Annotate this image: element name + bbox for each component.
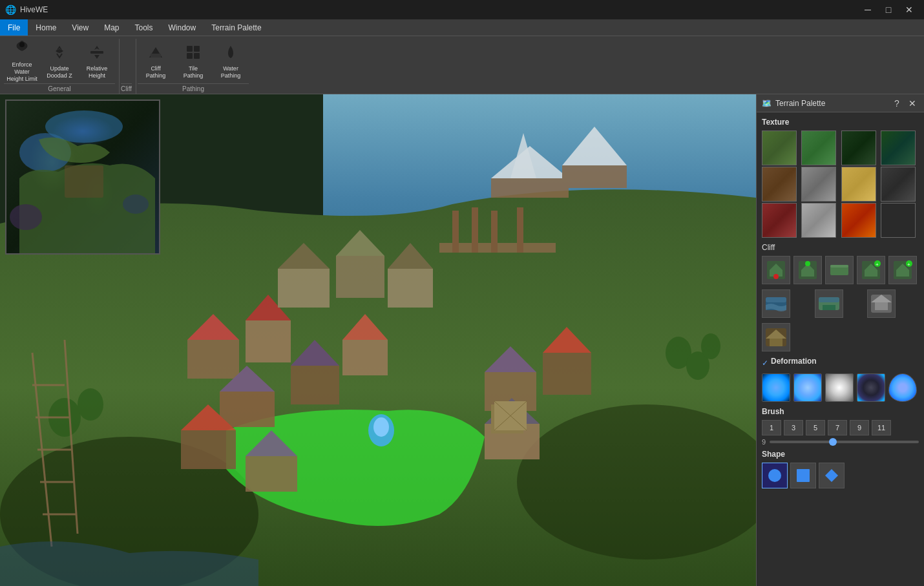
shape-diamond-button[interactable] bbox=[819, 463, 845, 488]
shape-label: Shape bbox=[762, 450, 919, 459]
texture-sand[interactable] bbox=[841, 167, 876, 202]
relative-height-icon bbox=[88, 43, 106, 64]
title-bar-controls[interactable]: ─ □ ✕ bbox=[858, 3, 919, 16]
texture-grass[interactable] bbox=[762, 131, 797, 165]
svg-rect-10 bbox=[65, 165, 103, 198]
svg-point-51 bbox=[701, 333, 720, 359]
cliff-flat-button[interactable] bbox=[825, 256, 854, 284]
update-doodad-label: UpdateDoodad Z bbox=[47, 65, 72, 79]
shape-section: Shape bbox=[762, 450, 919, 488]
brush-size-7[interactable]: 7 bbox=[828, 420, 847, 435]
cliff-raise-button[interactable] bbox=[793, 256, 822, 284]
relative-height-button[interactable]: RelativeHeight bbox=[79, 42, 115, 81]
texture-grass2[interactable] bbox=[801, 131, 836, 165]
brush-size-1[interactable]: 1 bbox=[762, 420, 781, 435]
menu-map[interactable]: Map bbox=[96, 19, 127, 36]
cliff-group-label: Cliff bbox=[121, 83, 132, 94]
cliff-extra-row bbox=[762, 323, 919, 351]
cliff-grid: + + bbox=[762, 256, 919, 284]
cliff-stone-button[interactable] bbox=[867, 289, 896, 318]
shape-circle-button[interactable] bbox=[762, 463, 788, 488]
cliff-lower-button[interactable] bbox=[762, 256, 790, 284]
water-pathing-label: WaterPathing bbox=[221, 65, 241, 79]
svg-point-1 bbox=[19, 42, 25, 47]
menu-window[interactable]: Window bbox=[161, 19, 204, 36]
texture-light-stone[interactable] bbox=[801, 203, 836, 238]
panel-close-button[interactable]: ✕ bbox=[906, 97, 919, 110]
texture-dark-grass[interactable] bbox=[841, 131, 876, 165]
panel-help-button[interactable]: ? bbox=[890, 97, 903, 110]
svg-rect-5 bbox=[194, 46, 200, 52]
deform-plateau-button[interactable] bbox=[793, 373, 822, 402]
shape-square-button[interactable] bbox=[790, 463, 816, 488]
general-group-label: General bbox=[4, 83, 115, 94]
minimize-button[interactable]: ─ bbox=[858, 3, 877, 16]
svg-rect-18 bbox=[246, 320, 291, 362]
cliff-raise2-button[interactable]: + bbox=[857, 256, 885, 284]
title-bar: 🌐 HiveWE ─ □ ✕ bbox=[0, 0, 924, 19]
water-pathing-button[interactable]: WaterPathing bbox=[213, 42, 249, 81]
deform-lower-button[interactable] bbox=[857, 373, 885, 402]
deform-raise-button[interactable] bbox=[762, 373, 790, 402]
svg-rect-32 bbox=[543, 353, 591, 395]
deformation-header: ✓ Deformation bbox=[762, 357, 919, 370]
brush-size-3[interactable]: 3 bbox=[784, 420, 803, 435]
cliff-extra-button[interactable] bbox=[762, 323, 790, 351]
texture-dark-stone[interactable] bbox=[881, 167, 916, 202]
svg-point-88 bbox=[768, 469, 781, 482]
texture-section: Texture bbox=[762, 118, 919, 238]
app-icon: 🌐 bbox=[5, 5, 16, 15]
toolbar-group-pathing: CliffPathing TilePathing bbox=[136, 39, 253, 94]
svg-rect-85 bbox=[819, 297, 839, 302]
panel-title-icons[interactable]: ? ✕ bbox=[890, 97, 919, 110]
texture-vine[interactable] bbox=[881, 131, 916, 165]
texture-dirt[interactable] bbox=[762, 167, 797, 202]
texture-red[interactable] bbox=[762, 203, 797, 238]
panel-title-left: 🗺️ Terrain Palette bbox=[762, 99, 825, 108]
svg-rect-45 bbox=[562, 165, 627, 188]
deform-smooth-button[interactable] bbox=[888, 373, 917, 402]
svg-rect-62 bbox=[452, 211, 459, 253]
brush-slider-row: 9 bbox=[762, 438, 919, 446]
deformation-grid bbox=[762, 373, 919, 402]
brush-size-5[interactable]: 5 bbox=[806, 420, 825, 435]
cliff-lower2-button[interactable]: + bbox=[888, 256, 917, 284]
update-doodad-z-button[interactable]: UpdateDoodad Z bbox=[41, 42, 78, 81]
menu-file[interactable]: File bbox=[0, 19, 28, 36]
cliff-shallows-button[interactable] bbox=[815, 289, 843, 318]
svg-point-11 bbox=[10, 204, 42, 230]
map-canvas[interactable] bbox=[0, 94, 756, 586]
panel-icon: 🗺️ bbox=[762, 99, 772, 108]
maximize-button[interactable]: □ bbox=[879, 3, 898, 16]
menu-home[interactable]: Home bbox=[28, 19, 64, 36]
enforce-water-height-button[interactable]: Enforce WaterHeight Limit bbox=[4, 42, 40, 81]
svg-rect-24 bbox=[342, 340, 388, 375]
deform-noise-button[interactable] bbox=[825, 373, 854, 402]
toolbar-group-general: Enforce WaterHeight Limit UpdateDoodad Z bbox=[3, 39, 120, 94]
svg-point-48 bbox=[78, 388, 103, 421]
brush-size-9[interactable]: 9 bbox=[850, 420, 869, 435]
cliff-water-button[interactable] bbox=[762, 289, 790, 318]
svg-rect-26 bbox=[181, 430, 236, 469]
toolbar-group-cliff: Cliff bbox=[120, 39, 136, 94]
menu-tools[interactable]: Tools bbox=[127, 19, 161, 36]
svg-rect-28 bbox=[246, 456, 297, 492]
toolbar: Enforce WaterHeight Limit UpdateDoodad Z bbox=[0, 36, 924, 94]
brush-size-11[interactable]: 11 bbox=[872, 420, 891, 435]
panel-content: Texture Cliff bbox=[757, 112, 924, 586]
svg-rect-40 bbox=[388, 269, 433, 308]
svg-rect-36 bbox=[278, 269, 330, 308]
menu-view[interactable]: View bbox=[64, 19, 96, 36]
brush-slider[interactable] bbox=[770, 441, 919, 443]
svg-rect-89 bbox=[797, 469, 810, 482]
cliff-grid2 bbox=[762, 289, 919, 318]
menu-terrain-palette[interactable]: Terrain Palette bbox=[204, 19, 269, 36]
close-button[interactable]: ✕ bbox=[899, 3, 919, 16]
cliff-section: Cliff bbox=[762, 243, 919, 351]
cliff-pathing-button[interactable]: CliffPathing bbox=[138, 42, 174, 81]
svg-rect-75 bbox=[830, 265, 848, 267]
texture-stone[interactable] bbox=[801, 167, 836, 202]
tile-pathing-button[interactable]: TilePathing bbox=[175, 42, 211, 81]
deformation-section: ✓ Deformation bbox=[762, 357, 919, 402]
texture-lava[interactable] bbox=[841, 203, 876, 238]
